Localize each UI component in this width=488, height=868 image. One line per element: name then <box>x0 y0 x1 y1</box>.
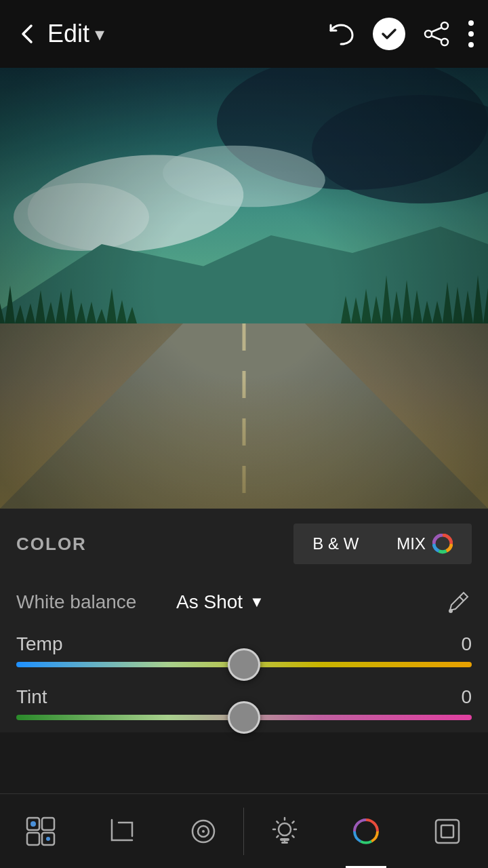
svg-point-20 <box>279 823 291 835</box>
photo-preview: (function() { const canvas = document.qu… <box>0 68 488 509</box>
temp-slider-row: Temp 0 <box>0 627 488 679</box>
color-tabs: COLOR B & W MIX <box>0 509 488 576</box>
photo-canvas <box>0 68 488 509</box>
svg-line-4 <box>432 36 441 40</box>
nav-item-color[interactable] <box>325 794 407 868</box>
svg-rect-21 <box>280 838 289 841</box>
nav-item-presets[interactable] <box>0 794 81 868</box>
color-nav-icon <box>349 814 383 848</box>
temp-slider-thumb[interactable] <box>228 648 260 681</box>
eyedropper-button[interactable] <box>445 589 472 616</box>
temp-slider-track[interactable] <box>16 662 472 667</box>
crop-icon <box>105 814 139 848</box>
edit-panel: COLOR B & W MIX White balance As Shot ▼ <box>0 509 488 732</box>
nav-item-effects[interactable] <box>407 794 488 868</box>
top-bar-left: Edit ▾ <box>14 20 319 48</box>
svg-rect-13 <box>27 833 39 845</box>
svg-point-0 <box>441 22 448 29</box>
svg-point-15 <box>30 821 36 827</box>
mix-tab-button[interactable]: MIX <box>378 524 472 564</box>
svg-rect-24 <box>441 825 453 837</box>
svg-point-5 <box>468 20 474 26</box>
color-wheel-icon <box>432 534 453 554</box>
svg-line-9 <box>460 597 464 601</box>
temp-value: 0 <box>461 633 472 655</box>
svg-point-7 <box>468 42 474 47</box>
tint-slider-thumb[interactable] <box>228 701 260 734</box>
color-label: COLOR <box>16 534 293 555</box>
svg-point-19 <box>202 830 205 833</box>
tint-slider-track[interactable] <box>16 715 472 720</box>
svg-point-2 <box>441 39 448 45</box>
svg-rect-23 <box>436 820 459 843</box>
white-balance-label: White balance <box>16 591 165 613</box>
nav-item-detail[interactable] <box>163 794 244 868</box>
nav-item-light[interactable] <box>244 794 325 868</box>
white-balance-dropdown[interactable]: As Shot ▼ <box>176 591 434 613</box>
bottom-nav <box>0 793 488 868</box>
chevron-down-icon: ▼ <box>249 593 264 611</box>
top-bar: Edit ▾ <box>0 0 488 68</box>
share-button[interactable] <box>422 19 451 49</box>
temp-label: Temp <box>16 633 62 655</box>
title-dropdown-icon: ▾ <box>95 23 104 45</box>
white-balance-row: White balance As Shot ▼ <box>0 576 488 627</box>
bw-tab-button[interactable]: B & W <box>293 524 378 564</box>
tint-slider-row: Tint 0 <box>0 679 488 732</box>
detail-icon <box>186 814 220 848</box>
tint-label: Tint <box>16 686 47 708</box>
white-balance-value: As Shot <box>176 591 243 613</box>
svg-rect-12 <box>42 818 54 830</box>
title-text: Edit <box>47 20 89 48</box>
tint-value: 0 <box>461 686 472 708</box>
undo-button[interactable] <box>325 18 357 50</box>
svg-rect-22 <box>281 842 288 844</box>
svg-point-16 <box>46 837 50 841</box>
svg-point-1 <box>425 31 432 37</box>
svg-point-6 <box>468 31 474 37</box>
nav-item-crop[interactable] <box>81 794 163 868</box>
confirm-button[interactable] <box>373 18 405 50</box>
more-button[interactable] <box>468 20 474 48</box>
svg-line-3 <box>432 28 441 32</box>
mix-tab-label: MIX <box>396 534 426 553</box>
svg-point-10 <box>449 609 453 613</box>
top-bar-right <box>325 18 474 50</box>
light-icon <box>268 814 302 848</box>
effects-icon <box>430 814 464 848</box>
edit-title[interactable]: Edit ▾ <box>47 20 104 48</box>
back-button[interactable] <box>14 20 41 47</box>
presets-icon <box>24 814 58 848</box>
